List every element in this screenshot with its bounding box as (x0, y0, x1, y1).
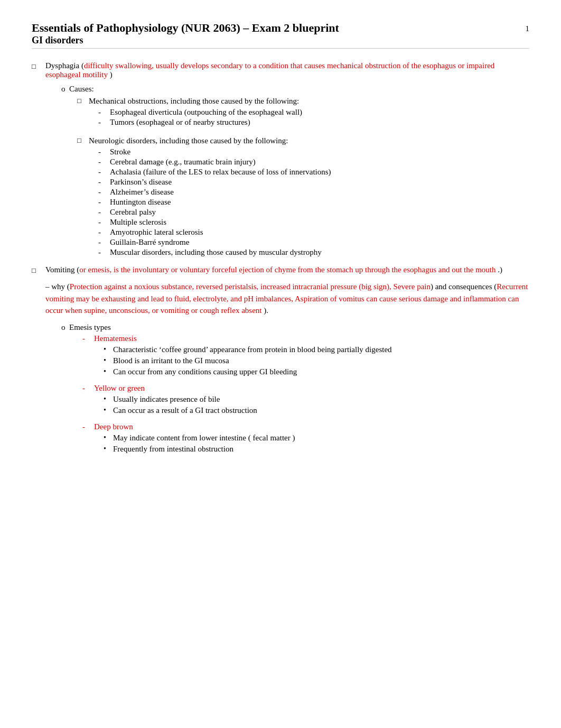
hematemesis-dot-list: • Characteristic ‘coffee ground’ appeara… (104, 345, 529, 376)
hematemesis-dash: - (82, 334, 89, 343)
hema-dot-2: • Blood is an irritant to the GI mucosa (104, 356, 529, 365)
hema-dot-1: • Characteristic ‘coffee ground’ appeara… (104, 345, 529, 354)
vomiting-content: Vomiting (or emesis, is the involuntary … (45, 265, 529, 456)
neurologic-label: Neurologic disorders, including those ca… (89, 136, 288, 145)
vomiting-item: □ Vomiting (or emesis, is the involuntar… (32, 265, 529, 456)
emesis-type-yellow: - Yellow or green (82, 384, 529, 393)
emesis-types-block: o Emesis types - Hematemesis • Character… (61, 323, 529, 454)
hematemesis-label: Hematemesis (94, 334, 137, 343)
neuro-dash-6: -Huntington disease (98, 198, 529, 207)
neurologic-dash-list: -Stroke -Cerebral damage (e.g., traumati… (98, 148, 529, 257)
mechanical-label: Mechanical obstructions, including those… (89, 97, 299, 106)
neuro-dash-2: -Cerebral damage (e.g., traumatic brain … (98, 158, 529, 167)
neuro-dash-9: -Amyotrophic lateral sclerosis (98, 228, 529, 237)
hema-dot-3: • Can occur from any conditions causing … (104, 367, 529, 376)
dot-sym-3: • (104, 367, 109, 376)
dysphagia-section: □ Dysphagia (difficulty swallowing, usua… (32, 61, 529, 456)
neuro-dash-4: -Parkinson’s disease (98, 178, 529, 187)
dash-sym-1: - (98, 108, 105, 117)
dysphagia-bullet: □ (32, 62, 40, 71)
neurologic-bullet: □ (77, 136, 85, 145)
consequences-close: ). (261, 306, 268, 315)
header-title-block: Essentials of Pathophysiology (NUR 2063)… (32, 21, 339, 46)
neuro-dash-5: -Alzheimer’s disease (98, 188, 529, 197)
yellow-dot-2: • Can occur as a result of a GI tract ob… (104, 406, 529, 415)
deepbrown-dot-sym-1: • (104, 434, 109, 442)
dot-sym-1: • (104, 345, 109, 354)
yellow-dot-list: • Usually indicates presence of bile • C… (104, 395, 529, 415)
vomiting-term: Vomiting (45, 265, 77, 274)
mechanical-block: □ Mechanical obstructions, including tho… (77, 97, 529, 127)
yellow-label: Yellow or green (94, 384, 145, 393)
deepbrown-dot-1: • May indicate content from lower intest… (104, 434, 529, 443)
dysphagia-definition-end: ) (108, 70, 113, 79)
yellow-dot-sym-1: • (104, 395, 109, 403)
deepbrown-dot-2: • Frequently from intestinal obstruction (104, 445, 529, 454)
neurologic-item: □ Neurologic disorders, including those … (77, 136, 529, 145)
dash-sym-2: - (98, 118, 105, 127)
mech-text-2: Tumors (esophageal or of nearby structur… (110, 118, 250, 127)
mechanical-bullet: □ (77, 97, 85, 105)
mechanical-dash-list: - Esophageal diverticula (outpouching of… (98, 108, 529, 127)
emesis-type-deepbrown: - Deep brown (82, 422, 529, 431)
mech-text-1: Esophageal diverticula (outpouching of t… (110, 108, 302, 117)
deepbrown-dash: - (82, 422, 89, 431)
deepbrown-dot-list: • May indicate content from lower intest… (104, 434, 529, 454)
yellow-dash: - (82, 384, 89, 393)
mechanical-item: □ Mechanical obstructions, including tho… (77, 97, 529, 106)
neuro-dash-8: -Multiple sclerosis (98, 218, 529, 227)
dysphagia-content: Dysphagia (difficulty swallowing, usuall… (45, 61, 529, 258)
vomiting-why-paragraph: – why (Protection against a noxious subs… (45, 281, 529, 317)
yellow-dot-sym-2: • (104, 406, 109, 414)
page-number: 1 (526, 21, 530, 33)
subtitle: GI disorders (32, 35, 339, 46)
vomiting-definition-red: or emesis, is the involuntary or volunta… (79, 265, 495, 274)
main-title: Essentials of Pathophysiology (NUR 2063)… (32, 21, 339, 35)
emesis-types-label: o Emesis types (61, 323, 529, 332)
neuro-dash-10: -Guillain-Barré syndrome (98, 238, 529, 247)
vomiting-definition-end: .) (495, 265, 502, 274)
neuro-dash-1: -Stroke (98, 148, 529, 156)
neuro-dash-11: -Muscular disorders, including those cau… (98, 248, 529, 257)
yellow-dot-1: • Usually indicates presence of bile (104, 395, 529, 404)
emesis-dash-list: - Hematemesis • Characteristic ‘coffee g… (82, 334, 529, 454)
mech-dash-2: - Tumors (esophageal or of nearby struct… (98, 118, 529, 127)
deepbrown-dot-sym-2: • (104, 445, 109, 453)
vomiting-bullet: □ (32, 266, 40, 275)
causes-label: o Causes: (61, 85, 529, 94)
dysphagia-item: □ Dysphagia (difficulty swallowing, usua… (32, 61, 529, 258)
dysphagia-term: Dysphagia (45, 61, 81, 70)
emesis-type-hematemesis: - Hematemesis (82, 334, 529, 343)
dysphagia-definition-red: difficulty swallowing, usually develops … (45, 61, 494, 79)
why-label: – why (45, 282, 67, 291)
page-header: Essentials of Pathophysiology (NUR 2063)… (32, 21, 529, 49)
deepbrown-label: Deep brown (94, 422, 133, 431)
mech-dash-1: - Esophageal diverticula (outpouching of… (98, 108, 529, 117)
neuro-dash-3: -Achalasia (failure of the LES to relax … (98, 168, 529, 177)
neuro-dash-7: -Cerebral palsy (98, 208, 529, 217)
causes-block: o Causes: □ Mechanical obstructions, inc… (61, 85, 529, 257)
neurologic-block: □ Neurologic disorders, including those … (77, 136, 529, 257)
why-red: Protection against a noxious substance, … (70, 282, 431, 291)
why-close: ) and consequences ( (431, 282, 497, 291)
dot-sym-2: • (104, 356, 109, 365)
